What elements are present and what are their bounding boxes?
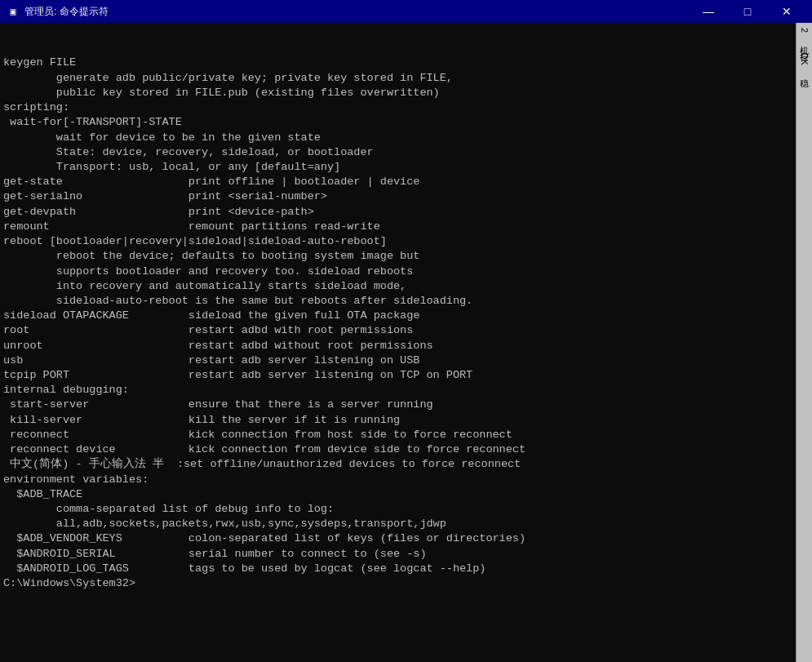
terminal-line: scripting:	[3, 100, 792, 115]
terminal-line: reboot the device; defaults to booting s…	[3, 249, 792, 264]
minimize-button[interactable]: —	[690, 3, 727, 20]
terminal-line: tcpip PORT restart adb server listening …	[3, 368, 792, 383]
sidebar-item-3[interactable]: 行	[796, 44, 812, 47]
terminal-line: environment variables:	[3, 473, 792, 487]
sidebar-item-2[interactable]: 机	[796, 38, 812, 41]
terminal-line: comma-separated list of debug info to lo…	[3, 502, 792, 517]
terminal-line: wait-for[-TRANSPORT]-STATE	[3, 115, 792, 130]
close-button[interactable]: ✕	[768, 3, 805, 20]
terminal-line: get-serialno print <serial-number>	[3, 189, 792, 204]
maximize-button[interactable]: □	[729, 3, 766, 20]
terminal-line: kill-server kill the server if it is run…	[3, 413, 792, 428]
terminal-line: remount remount partitions read-write	[3, 220, 792, 234]
terminal-line: $ADB_TRACE	[3, 487, 792, 502]
terminal-line: reboot [bootloader|recovery|sideload|sid…	[3, 234, 792, 249]
terminal-line: sideload OTAPACKAGE sideload the given f…	[3, 309, 792, 323]
terminal-line: 中文(简体) - 手心输入法 半 :set offline/unauthoriz…	[3, 457, 792, 472]
cmd-icon: ▣	[7, 5, 20, 18]
terminal-line: reconnect device kick connection from de…	[3, 442, 792, 457]
terminal-line: get-devpath print <device-path>	[3, 205, 792, 220]
terminal-line: sideload-auto-reboot is the same but reb…	[3, 294, 792, 309]
right-sidebar: 2 机 行 OK 稳	[796, 23, 812, 662]
terminal-line: $ANDROID_SERIAL serial number to connect…	[3, 547, 792, 562]
terminal-line: get-state print offline | bootloader | d…	[3, 175, 792, 189]
terminal-line: usb restart adb server listening on USB	[3, 353, 792, 368]
main-container: keygen FILE generate adb public/private …	[0, 23, 812, 662]
terminal-line: internal debugging:	[3, 383, 792, 398]
terminal-line: Transport: usb, local, or any [default=a…	[3, 160, 792, 175]
terminal-line: all,adb,sockets,packets,rwx,usb,sync,sys…	[3, 517, 792, 531]
terminal-line: keygen FILE	[3, 56, 792, 70]
terminal-line: wait for device to be in the given state	[3, 131, 792, 145]
sidebar-item-1[interactable]: 2	[798, 26, 811, 34]
sidebar-item-4[interactable]: OK	[798, 51, 811, 67]
terminal-line: into recovery and automatically starts s…	[3, 279, 792, 294]
title-bar: ▣ 管理员: 命令提示符 — □ ✕	[0, 0, 812, 23]
terminal-line: reconnect kick connection from host side…	[3, 428, 792, 442]
sidebar-item-5[interactable]: 稳	[796, 70, 812, 73]
terminal-line: unroot restart adbd without root permiss…	[3, 339, 792, 353]
terminal-line: $ANDROID_LOG_TAGS tags to be used by log…	[3, 562, 792, 576]
terminal-line: start-server ensure that there is a serv…	[3, 398, 792, 412]
title-bar-buttons: — □ ✕	[690, 3, 805, 20]
terminal-line: $ADB_VENDOR_KEYS colon-separated list of…	[3, 531, 792, 546]
terminal-line: generate adb public/private key; private…	[3, 71, 792, 86]
terminal-line: supports bootloader and recovery too. si…	[3, 264, 792, 279]
terminal-line: State: device, recovery, sideload, or bo…	[3, 145, 792, 160]
terminal-line: root restart adbd with root permissions	[3, 323, 792, 338]
title-text: 管理员: 命令提示符	[24, 5, 109, 19]
terminal-output[interactable]: keygen FILE generate adb public/private …	[0, 23, 796, 662]
title-bar-left: ▣ 管理员: 命令提示符	[7, 5, 109, 19]
terminal-line: public key stored in FILE.pub (existing …	[3, 86, 792, 100]
terminal-line: C:\Windows\System32>	[3, 576, 792, 591]
